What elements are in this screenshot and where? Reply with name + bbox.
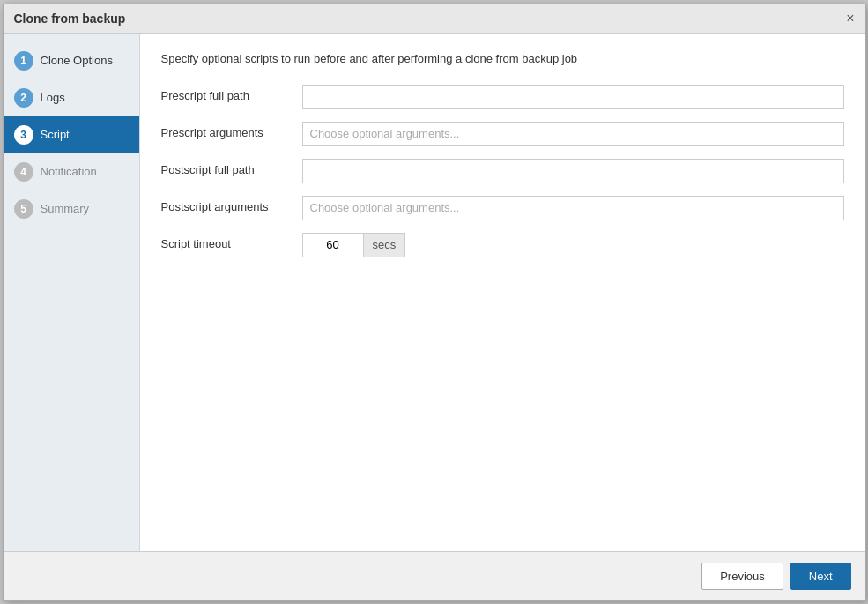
- dialog-titlebar: Clone from backup ×: [4, 4, 865, 34]
- close-button[interactable]: ×: [846, 11, 854, 26]
- postscript-full-path-row: Postscript full path: [161, 159, 844, 183]
- step-badge-3: 3: [14, 125, 33, 145]
- script-timeout-input[interactable]: [302, 233, 364, 257]
- timeout-unit: secs: [364, 233, 406, 257]
- previous-button[interactable]: Previous: [701, 563, 783, 590]
- step-badge-1: 1: [14, 51, 33, 71]
- prescript-full-path-input[interactable]: [302, 85, 844, 109]
- sidebar-item-label: Clone Options: [41, 54, 113, 67]
- prescript-full-path-row: Prescript full path: [161, 85, 844, 109]
- sidebar-item-label: Notification: [41, 165, 97, 178]
- postscript-arguments-row: Postscript arguments: [161, 196, 844, 220]
- clone-from-backup-dialog: Clone from backup × 1 Clone Options 2 Lo…: [3, 4, 866, 601]
- prescript-arguments-label: Prescript arguments: [161, 126, 302, 141]
- next-button[interactable]: Next: [790, 563, 851, 590]
- sidebar-item-label: Logs: [41, 91, 65, 104]
- prescript-arguments-row: Prescript arguments: [161, 122, 844, 146]
- sidebar-item-notification[interactable]: 4 Notification: [4, 153, 139, 190]
- sidebar-item-script[interactable]: 3 Script: [4, 116, 139, 153]
- step-badge-4: 4: [14, 162, 33, 182]
- dialog-title: Clone from backup: [14, 11, 126, 26]
- sidebar-item-summary[interactable]: 5 Summary: [4, 190, 139, 227]
- step-badge-2: 2: [14, 88, 33, 108]
- step-badge-5: 5: [14, 199, 33, 219]
- postscript-arguments-label: Postscript arguments: [161, 200, 302, 215]
- section-description: Specify optional scripts to run before a…: [161, 51, 844, 67]
- dialog-footer: Previous Next: [4, 551, 865, 600]
- sidebar-item-clone-options[interactable]: 1 Clone Options: [4, 42, 139, 79]
- prescript-full-path-label: Prescript full path: [161, 89, 302, 104]
- postscript-arguments-input[interactable]: [302, 196, 844, 220]
- postscript-full-path-input[interactable]: [302, 159, 844, 183]
- dialog-body: 1 Clone Options 2 Logs 3 Script 4 Notifi…: [4, 34, 865, 551]
- sidebar-item-label: Script: [41, 128, 70, 141]
- script-timeout-label: Script timeout: [161, 237, 302, 252]
- prescript-arguments-input[interactable]: [302, 122, 844, 146]
- postscript-full-path-label: Postscript full path: [161, 163, 302, 178]
- sidebar: 1 Clone Options 2 Logs 3 Script 4 Notifi…: [4, 34, 140, 551]
- sidebar-item-logs[interactable]: 2 Logs: [4, 79, 139, 116]
- sidebar-item-label: Summary: [41, 202, 90, 215]
- timeout-controls: secs: [302, 233, 406, 257]
- main-content: Specify optional scripts to run before a…: [140, 34, 865, 551]
- script-timeout-row: Script timeout secs: [161, 233, 844, 257]
